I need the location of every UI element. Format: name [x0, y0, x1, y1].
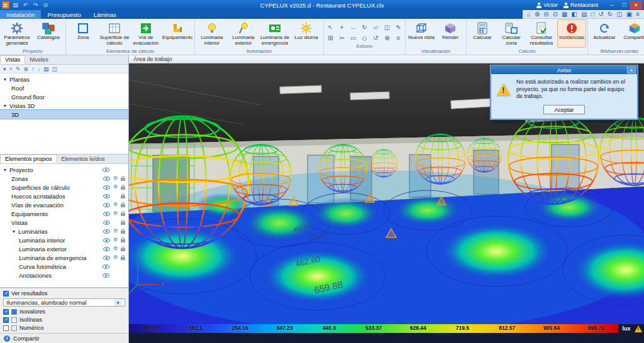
isolineas-row[interactable]: Isolíneas [3, 317, 125, 323]
tree-item-3d[interactable]: 3D [0, 110, 128, 119]
edit-move-button[interactable]: ↖ [325, 22, 336, 32]
edit-array-button[interactable]: ⊞ [325, 33, 336, 43]
edit-delete-button[interactable]: ⊗ [382, 33, 392, 43]
tree-item-zonas[interactable]: Zonas⚙ [0, 174, 128, 183]
tree-item-luminaria-interior[interactable]: Luminaria interior⚙ [0, 236, 128, 244]
tree-item-luminaria-exterior[interactable]: Luminaria exterior⚙ [0, 244, 128, 253]
tree-item-equipamiento[interactable]: Equipamiento⚙ [0, 209, 128, 218]
consultar-resultados-button[interactable]: Consultar resultados [526, 19, 557, 48]
layers-icon[interactable]: ▤ [581, 11, 587, 18]
superficie-calculo-button[interactable]: Superficie de cálculo [99, 19, 130, 48]
duplicate-view-icon[interactable]: ◫ [52, 66, 57, 72]
actualizar-button[interactable]: Actualizar [589, 19, 619, 48]
visibility-eye-icon[interactable] [103, 273, 109, 278]
lock-icon[interactable] [121, 239, 125, 242]
zoom-in-icon[interactable]: ⊕ [535, 11, 540, 18]
accept-button[interactable]: Aceptar [543, 105, 585, 114]
delete-view-icon[interactable]: ⊗ [23, 66, 28, 72]
tab-laminas[interactable]: Láminas [87, 10, 123, 19]
edit-modify-button[interactable]: ✎ [393, 22, 404, 32]
nueva-vista-button[interactable]: Nueva vista [407, 19, 436, 48]
parametros-generales-button[interactable]: Parámetros generales [1, 19, 33, 48]
user-chip[interactable]: Victor [536, 2, 558, 8]
edit-mirror-button[interactable]: ◫ [382, 22, 392, 32]
luminaria-exterior-button[interactable]: Luminaria exterior [228, 19, 259, 48]
isovalores-checkbox[interactable] [3, 309, 9, 315]
warning-icon[interactable] [635, 325, 642, 332]
undo-icon[interactable]: ↶ [21, 2, 30, 8]
lock-icon[interactable] [121, 195, 125, 199]
visibility-eye-icon[interactable] [103, 212, 110, 216]
minimize-button[interactable]: – [606, 1, 618, 9]
visibility-eye-icon[interactable] [103, 168, 109, 172]
render-button[interactable]: Render [436, 19, 465, 48]
redo-view-icon[interactable]: ↻ [608, 11, 613, 18]
redo-icon[interactable]: ↷ [31, 2, 40, 8]
list-view-icon[interactable]: ▤ [43, 66, 49, 72]
maximize-button[interactable]: □ [618, 1, 630, 9]
shaded-view-icon[interactable]: ▣ [626, 11, 632, 18]
zoom-extents-icon[interactable]: ⊙ [553, 11, 558, 18]
undo-view-icon[interactable]: ↺ [598, 11, 603, 18]
tree-item-ground-floor[interactable]: Ground floor [0, 92, 128, 101]
edit-add-button[interactable]: + [336, 22, 347, 32]
chevron-down-icon[interactable]: ▼ [3, 104, 8, 108]
move-down-icon[interactable]: ↓ [37, 66, 40, 72]
tree-item-vistas-3d[interactable]: ▼Vistas 3D [0, 101, 128, 110]
chevron-down-icon[interactable]: ▼ [11, 229, 16, 234]
isovalores-row[interactable]: Isovalores [3, 308, 125, 315]
visibility-eye-icon[interactable] [103, 247, 110, 251]
edit-rhombus-button[interactable]: ◇ [359, 33, 370, 43]
settings-gear-icon[interactable]: ⚙ [113, 246, 118, 251]
settings-gear-icon[interactable]: ⚙ [113, 229, 118, 234]
numerico-checkbox[interactable] [3, 325, 9, 331]
equipamiento-button[interactable]: Equipamiento [162, 19, 193, 48]
luminaria-interior-button[interactable]: Luminaria interior [196, 19, 228, 48]
visibility-eye-icon[interactable] [103, 238, 110, 242]
tree-item-vistas[interactable]: Vistas [0, 218, 128, 227]
edit-undo-button[interactable]: ↺ [370, 33, 381, 43]
tab-presupuesto[interactable]: Presupuesto [41, 10, 87, 19]
tab-instalacion[interactable]: Instalación [0, 10, 41, 19]
tab-elementos-propios[interactable]: Elementos propios [0, 155, 57, 163]
lock-icon[interactable] [121, 204, 125, 207]
visibility-eye-icon[interactable] [103, 256, 110, 260]
luminaria-emergencia-button[interactable]: Luminaria de emergencia [259, 19, 291, 48]
tree-item-luminarias[interactable]: ▼Luminarias⚙ [0, 227, 128, 236]
edit-options-button[interactable]: ≡ [393, 33, 404, 43]
move-up-icon[interactable]: ↑ [31, 66, 35, 72]
visibility-eye-icon[interactable] [103, 264, 109, 269]
settings-gear-icon[interactable]: ⚙ [113, 211, 118, 216]
edit-stretch-button[interactable]: ↔ [348, 22, 358, 32]
via-evacuacion-button[interactable]: Vía de evacuación [130, 19, 162, 48]
edit-rotate-button[interactable]: ↻ [359, 22, 370, 32]
lock-icon[interactable] [121, 178, 125, 181]
tree-item-huecos-acristalados[interactable]: Huecos acristalados [0, 192, 128, 200]
settings-gear-icon[interactable]: ⚙ [113, 237, 118, 242]
menu-icon[interactable]: ▤ [11, 2, 19, 8]
ver-resultados-row[interactable]: Ver resultados [3, 290, 125, 297]
calcular-button[interactable]: Calcular [468, 19, 497, 48]
zoom-out-icon[interactable]: ⊖ [543, 11, 548, 18]
close-button[interactable]: × [630, 1, 642, 9]
add-view-icon[interactable]: + [9, 66, 13, 72]
tab-niveles[interactable]: Niveles [25, 55, 53, 64]
edit-polygon-button[interactable]: ▱ [370, 22, 381, 32]
settings-gear-icon[interactable]: ⚙ [113, 202, 118, 207]
window-menu-icon[interactable]: ≡ [636, 11, 640, 18]
chevron-down-icon[interactable]: ▼ [3, 168, 8, 172]
settings-gear-icon[interactable]: ⚙ [113, 255, 118, 260]
visibility-eye-icon[interactable] [103, 194, 110, 199]
settings-gear-icon[interactable]: ⚙ [113, 176, 118, 181]
tree-item-roof[interactable]: Roof [0, 84, 128, 92]
grid-icon[interactable]: ▦ [562, 11, 567, 18]
tree-item-plantas[interactable]: ▼Plantas [0, 75, 128, 84]
lock-icon[interactable] [121, 187, 125, 190]
tree-item-proyecto[interactable]: ▼Proyecto [0, 165, 128, 174]
statusbar-share[interactable]: i Compartir [0, 333, 129, 343]
visibility-eye-icon[interactable] [103, 229, 110, 234]
incidencias-button[interactable]: Incidencias [557, 19, 586, 48]
edit-cut-button[interactable]: ✂ [336, 33, 347, 43]
views-dropdown-icon[interactable]: ▾ [3, 66, 6, 72]
search-icon[interactable]: ⊙ [42, 2, 50, 8]
